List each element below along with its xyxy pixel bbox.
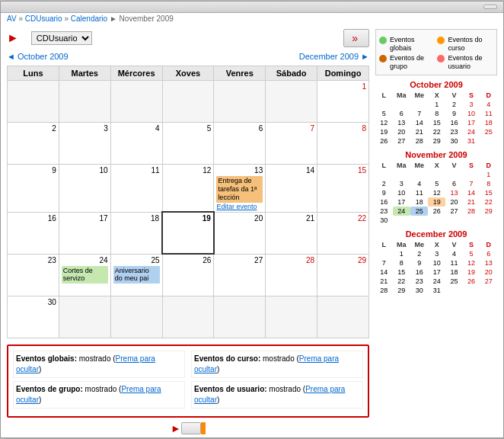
mini-cal-day[interactable]: 11 <box>445 258 463 268</box>
mini-cal-day[interactable]: 17 <box>393 197 410 207</box>
mini-cal-day[interactable] <box>480 286 497 295</box>
mini-cal-day[interactable]: 16 <box>375 197 393 207</box>
calendar-cell[interactable] <box>214 81 266 123</box>
mini-cal-day[interactable]: 14 <box>463 188 480 197</box>
calendar-cell[interactable]: 28 <box>266 254 317 296</box>
mini-cal-day[interactable]: 6 <box>445 179 463 188</box>
mini-cal-day[interactable]: 13 <box>393 118 410 127</box>
calendar-cell[interactable] <box>214 296 266 338</box>
mini-cal-day[interactable] <box>393 170 410 179</box>
calendar-cell[interactable]: 23 <box>8 254 59 296</box>
mini-cal-day[interactable]: 11 <box>410 188 428 197</box>
mini-cal-day[interactable]: 30 <box>445 136 463 146</box>
mini-cal-day[interactable]: 19 <box>428 197 445 207</box>
mini-cal-day[interactable]: 6 <box>480 249 497 258</box>
mini-cal-day[interactable]: 4 <box>410 179 428 188</box>
breadcrumb-calendario[interactable]: Calendario <box>71 14 107 23</box>
mini-cal-day[interactable]: 31 <box>428 286 445 295</box>
preferences-button[interactable] <box>483 5 497 9</box>
mini-cal-day[interactable]: 3 <box>428 249 445 258</box>
edit-event-link[interactable]: Editar evento <box>216 203 263 210</box>
mini-cal-day[interactable] <box>393 100 410 109</box>
mini-cal-day[interactable]: 18 <box>480 118 497 127</box>
mini-cal-day[interactable]: 4 <box>445 249 463 258</box>
mini-cal-day[interactable]: 12 <box>463 258 480 268</box>
mini-cal-day[interactable]: 5 <box>428 179 445 188</box>
mini-cal-day[interactable]: 31 <box>463 136 480 146</box>
calendar-cell[interactable] <box>59 81 110 123</box>
calendar-cell[interactable] <box>110 81 162 123</box>
mini-cal-day[interactable]: 24 <box>463 127 480 136</box>
mini-cal-day[interactable] <box>428 170 445 179</box>
mini-cal-day[interactable] <box>428 216 445 225</box>
mini-cal-day[interactable]: 24 <box>428 277 445 286</box>
calendar-cell[interactable]: 21 <box>266 212 317 254</box>
mini-cal-day[interactable]: 29 <box>428 136 445 146</box>
mini-cal-day[interactable]: 26 <box>463 277 480 286</box>
mini-cal-day[interactable]: 18 <box>445 268 463 277</box>
mini-cal-day[interactable]: 2 <box>375 179 393 188</box>
mini-cal-day[interactable]: 12 <box>375 118 393 127</box>
calendar-cell[interactable]: 9 <box>8 165 59 212</box>
calendar-cell[interactable] <box>317 296 369 338</box>
mini-cal-day[interactable] <box>463 286 480 295</box>
mini-cal-day[interactable]: 8 <box>480 179 497 188</box>
breadcrumb-cduser[interactable]: CDUsuario <box>25 14 62 23</box>
mini-cal-day[interactable]: 14 <box>375 268 393 277</box>
mini-cal-day[interactable]: 7 <box>410 109 428 118</box>
mini-cal-day[interactable]: 1 <box>393 249 410 258</box>
mini-cal-day[interactable]: 24 <box>393 207 410 216</box>
mini-cal-day[interactable]: 11 <box>480 109 497 118</box>
mini-cal-day[interactable] <box>445 170 463 179</box>
calendar-cell[interactable]: 27 <box>214 254 266 296</box>
calendar-cell[interactable]: 17 <box>59 212 110 254</box>
mini-cal-day[interactable]: 26 <box>428 207 445 216</box>
mini-cal-day[interactable]: 21 <box>375 277 393 286</box>
mini-cal-day[interactable]: 1 <box>428 100 445 109</box>
calendar-cell[interactable]: 18 <box>110 212 162 254</box>
calendar-cell[interactable]: 22 <box>317 212 369 254</box>
mini-cal-day[interactable] <box>375 170 393 179</box>
mini-cal-day[interactable]: 8 <box>393 258 410 268</box>
mini-cal-day[interactable]: 19 <box>375 127 393 136</box>
mini-cal-day[interactable]: 29 <box>393 286 410 295</box>
mini-cal-day[interactable]: 15 <box>393 268 410 277</box>
calendar-cell[interactable]: 11 <box>110 165 162 212</box>
mini-cal-day[interactable]: 15 <box>428 118 445 127</box>
calendar-cell[interactable]: 19 <box>162 212 214 254</box>
mini-cal-day[interactable] <box>410 100 428 109</box>
calendar-cell[interactable] <box>8 81 59 123</box>
calendar-cell[interactable] <box>59 296 110 338</box>
mini-cal-day[interactable]: 28 <box>375 286 393 295</box>
export-button[interactable] <box>181 422 201 434</box>
mini-cal-day[interactable]: 21 <box>410 127 428 136</box>
mini-cal-day[interactable]: 25 <box>410 207 428 216</box>
mini-cal-day[interactable]: 19 <box>463 268 480 277</box>
mini-cal-day[interactable]: 10 <box>463 109 480 118</box>
mini-cal-day[interactable]: 12 <box>428 188 445 197</box>
mini-cal-day[interactable]: 25 <box>445 277 463 286</box>
mini-cal-day[interactable]: 10 <box>393 188 410 197</box>
mini-cal-day[interactable]: 2 <box>445 100 463 109</box>
breadcrumb-av[interactable]: AV <box>7 14 17 23</box>
mini-cal-day[interactable] <box>410 216 428 225</box>
calendar-cell[interactable]: 29 <box>317 254 369 296</box>
mini-cal-day[interactable] <box>445 286 463 295</box>
calendar-cell[interactable]: 5 <box>162 123 214 165</box>
mini-cal-day[interactable]: 22 <box>393 277 410 286</box>
calendar-cell[interactable] <box>266 296 317 338</box>
calendar-cell[interactable]: 1 <box>317 81 369 123</box>
mini-cal-day[interactable] <box>375 100 393 109</box>
calendar-cell[interactable]: 10 <box>59 165 110 212</box>
mini-cal-day[interactable]: 6 <box>393 109 410 118</box>
calendar-cell[interactable]: 3 <box>59 123 110 165</box>
calendar-cell[interactable]: 20 <box>214 212 266 254</box>
mini-cal-day[interactable]: 20 <box>445 197 463 207</box>
next-month-link[interactable]: December 2009 ► <box>299 52 369 61</box>
calendar-cell[interactable]: 15 <box>317 165 369 212</box>
mini-cal-day[interactable]: 27 <box>393 136 410 146</box>
mini-cal-day[interactable]: 30 <box>375 216 393 225</box>
mini-cal-day[interactable]: 5 <box>375 109 393 118</box>
mini-cal-day[interactable]: 9 <box>375 188 393 197</box>
mini-cal-day[interactable]: 27 <box>480 277 497 286</box>
